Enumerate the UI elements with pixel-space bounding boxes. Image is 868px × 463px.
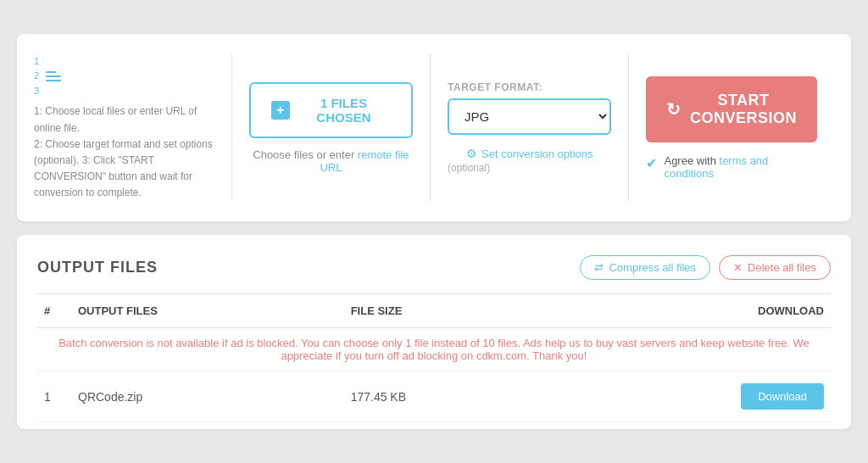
row-num: 1 <box>37 371 71 422</box>
table-row: 1 QRCode.zip 177.45 KB Download <box>37 371 831 422</box>
instructions-section: 123 1: Choose local files or enter URL o… <box>34 54 232 202</box>
agree-text: Agree with terms and conditions <box>664 154 817 180</box>
files-sub-text: Choose files or enter remote file URL <box>249 148 413 174</box>
files-section: + 1 FILES CHOSEN Choose files or enter r… <box>232 54 431 202</box>
output-table: # OUTPUT FILES FILE SIZE DOWNLOAD Batch … <box>37 293 831 422</box>
download-button[interactable]: Download <box>741 383 824 410</box>
col-files: OUTPUT FILES <box>71 294 344 328</box>
compress-all-button[interactable]: ⇄ Compress all files <box>580 255 710 280</box>
col-download: DOWNLOAD <box>543 294 831 328</box>
plus-icon: + <box>271 101 290 120</box>
output-title: OUTPUT FILES <box>37 259 158 276</box>
compress-icon: ⇄ <box>594 261 604 274</box>
files-chosen-button[interactable]: + 1 FILES CHOSEN <box>249 82 413 138</box>
row-download-cell: Download <box>543 371 831 422</box>
main-container: 123 1: Choose local files or enter URL o… <box>17 34 851 430</box>
row-filesize: 177.45 KB <box>344 371 543 422</box>
list-icon <box>46 71 61 81</box>
files-chosen-label: 1 FILES CHOSEN <box>297 96 391 125</box>
format-label: TARGET FORMAT: <box>448 81 542 93</box>
conversion-options-button[interactable]: ⚙ Set conversion options <box>448 147 611 160</box>
format-select[interactable]: JPG PNG PDF GIF BMP TIFF WEBP <box>448 98 611 135</box>
instructions-icon: 123 <box>34 54 214 99</box>
format-section: TARGET FORMAT: JPG PNG PDF GIF BMP TIFF … <box>431 54 629 202</box>
instructions-text: 1: Choose local files or enter URL of on… <box>34 103 214 136</box>
step-numbers: 123 <box>34 54 39 99</box>
instructions-text-2: 2: Choose target format and set options … <box>34 137 214 202</box>
header-actions: ⇄ Compress all files ✕ Delete all files <box>580 255 831 280</box>
col-num: # <box>37 294 71 328</box>
delete-all-button[interactable]: ✕ Delete all files <box>719 255 831 280</box>
start-section: ↻ START CONVERSION ✔ Agree with terms an… <box>629 54 834 202</box>
output-header: OUTPUT FILES ⇄ Compress all files ✕ Dele… <box>37 255 831 280</box>
checkmark-icon: ✔ <box>646 155 657 171</box>
agree-row: ✔ Agree with terms and conditions <box>646 154 817 180</box>
alert-message: Batch conversion is not available if ad … <box>37 328 831 371</box>
close-icon: ✕ <box>733 261 743 274</box>
alert-row: Batch conversion is not available if ad … <box>37 328 831 371</box>
gear-icon: ⚙ <box>466 147 477 160</box>
col-size: FILE SIZE <box>344 294 543 328</box>
refresh-icon: ↻ <box>666 99 682 120</box>
bottom-card: OUTPUT FILES ⇄ Compress all files ✕ Dele… <box>17 235 851 429</box>
start-conversion-button[interactable]: ↻ START CONVERSION <box>646 76 817 142</box>
optional-label: (optional) <box>448 162 490 174</box>
top-card: 123 1: Choose local files or enter URL o… <box>17 34 851 222</box>
row-filename: QRCode.zip <box>71 371 344 422</box>
